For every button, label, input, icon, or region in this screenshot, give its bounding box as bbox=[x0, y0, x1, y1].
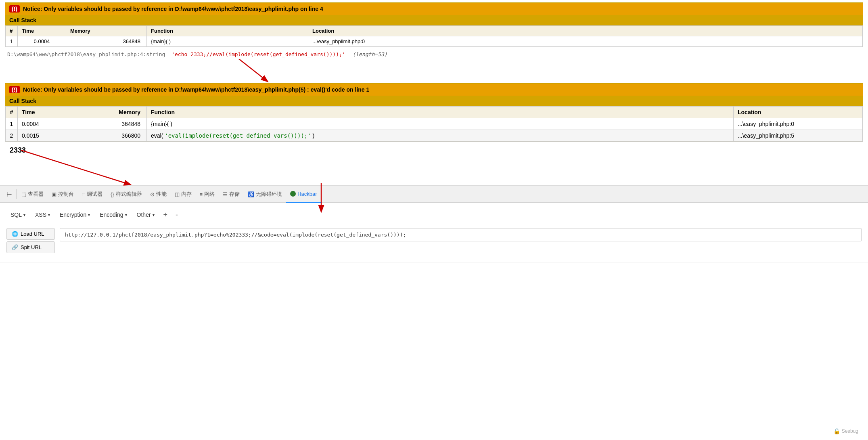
devtools-item-memory[interactable]: ◫ 内存 bbox=[171, 191, 196, 198]
arrow-svg-1 bbox=[207, 59, 328, 83]
spit-url-button[interactable]: 🔗 Spit URL bbox=[6, 241, 55, 253]
inspector-label: 查看器 bbox=[28, 191, 44, 198]
table-row: 2 0.0015 366800 eval( 'eval(implode(rese… bbox=[6, 130, 863, 142]
col2-time: Time bbox=[18, 107, 66, 118]
seebug-icon: 🔒 bbox=[833, 428, 840, 434]
devtools-separator-1 bbox=[16, 189, 17, 199]
devtools-item-debugger[interactable]: □ 调试器 bbox=[78, 191, 107, 198]
debug-path: D:\wamp64\www\phctf2018\easy_phplimit.ph… bbox=[7, 51, 165, 57]
devtools-item-accessibility[interactable]: ♿ 无障碍环境 bbox=[244, 191, 286, 198]
remove-button[interactable]: - bbox=[172, 211, 181, 219]
notice-message-1: Notice: Only variables should be passed … bbox=[23, 6, 323, 12]
arrow-svg-2 bbox=[9, 148, 170, 189]
hackbar-label: Hackbar bbox=[297, 191, 317, 197]
notice-block-2: (!) Notice: Only variables should be pas… bbox=[5, 83, 863, 142]
inspector-icon: ⬚ bbox=[21, 191, 26, 197]
sql-menu-button[interactable]: SQL ▾ bbox=[6, 210, 29, 220]
url-input[interactable] bbox=[60, 228, 862, 241]
notice-header-2: (!) Notice: Only variables should be pas… bbox=[5, 84, 863, 96]
col2-location: Location bbox=[734, 107, 863, 118]
network-icon: ≡ bbox=[200, 191, 203, 197]
debug-line: D:\wamp64\www\phctf2018\easy_phplimit.ph… bbox=[5, 47, 863, 59]
accessibility-icon: ♿ bbox=[248, 191, 254, 197]
sql-chevron-icon: ▾ bbox=[23, 213, 25, 217]
col-num-1: # bbox=[6, 26, 18, 36]
callstack-table-1: # Time Memory Function Location 1 0.0004… bbox=[5, 25, 863, 47]
devtools-item-performance[interactable]: ⊙ 性能 bbox=[146, 191, 171, 198]
devtools-item-console[interactable]: ▣ 控制台 bbox=[48, 191, 78, 198]
other-menu-button[interactable]: Other ▾ bbox=[133, 210, 159, 220]
network-label: 网络 bbox=[204, 191, 215, 198]
storage-icon: ☰ bbox=[223, 191, 228, 197]
console-label: 控制台 bbox=[58, 191, 74, 198]
url-section: 🌐 Load URL 🔗 Spit URL bbox=[6, 223, 862, 258]
style-editor-label: 样式编辑器 bbox=[116, 191, 142, 198]
col2-function: Function bbox=[147, 107, 734, 118]
debugger-label: 调试器 bbox=[87, 191, 102, 198]
seebug-label: Seebug bbox=[842, 428, 858, 434]
xss-menu-button[interactable]: XSS ▾ bbox=[31, 210, 54, 220]
notice-icon-2: (!) bbox=[9, 86, 20, 93]
devtools-item-network[interactable]: ≡ 网络 bbox=[196, 191, 219, 198]
xss-label: XSS bbox=[35, 212, 46, 218]
devtools-item-storage[interactable]: ☰ 存储 bbox=[219, 191, 244, 198]
storage-label: 存储 bbox=[229, 191, 240, 198]
spit-url-icon: 🔗 bbox=[12, 244, 18, 250]
col-location-1: Location bbox=[308, 26, 863, 36]
url-buttons: 🌐 Load URL 🔗 Spit URL bbox=[6, 228, 55, 253]
svg-line-3 bbox=[21, 150, 130, 184]
spit-url-label: Spit URL bbox=[21, 244, 42, 250]
encoding-label: Encoding bbox=[100, 212, 123, 218]
encryption-label: Encryption bbox=[60, 212, 86, 218]
performance-icon: ⊙ bbox=[150, 191, 155, 197]
col2-num: # bbox=[6, 107, 18, 118]
encryption-menu-button[interactable]: Encryption ▾ bbox=[56, 210, 94, 220]
load-url-label: Load URL bbox=[21, 231, 44, 237]
other-chevron-icon: ▾ bbox=[153, 213, 155, 217]
callstack-header-2: Call Stack bbox=[5, 96, 863, 106]
seebug-watermark: 🔒 Seebug bbox=[833, 428, 858, 434]
output-area: 2333 bbox=[5, 142, 863, 174]
callstack-header-1: Call Stack bbox=[5, 15, 863, 25]
notice-icon-1: (!) bbox=[9, 5, 20, 13]
svg-line-1 bbox=[239, 59, 267, 81]
col2-memory: Memory bbox=[66, 107, 147, 118]
encoding-chevron-icon: ▾ bbox=[125, 213, 127, 217]
table-row: 1 0.0004 364848 {main}( ) ...\easy_phpli… bbox=[6, 118, 863, 130]
arrow-area-1 bbox=[5, 59, 863, 83]
callstack-table-2: # Time Memory Function Location 1 0.0004… bbox=[5, 106, 863, 142]
console-icon: ▣ bbox=[52, 191, 56, 197]
devtools-item-style-editor[interactable]: {} 样式编辑器 bbox=[107, 191, 146, 198]
col-memory-1: Memory bbox=[66, 26, 147, 36]
encryption-chevron-icon: ▾ bbox=[88, 213, 90, 217]
devtools-item-hackbar[interactable]: Hackbar bbox=[286, 186, 321, 203]
notice-block-1: (!) Notice: Only variables should be pas… bbox=[5, 2, 863, 47]
eval-code: 'eval(implode(reset(get_defined_vars()))… bbox=[165, 132, 311, 139]
debug-length: (length=53) bbox=[352, 51, 387, 57]
style-editor-icon: {} bbox=[111, 191, 114, 197]
load-url-icon: 🌐 bbox=[12, 231, 18, 237]
notice-message-2: Notice: Only variables should be passed … bbox=[23, 86, 369, 93]
sql-label: SQL bbox=[10, 212, 22, 218]
hackbar-menu: SQL ▾ XSS ▾ Encryption ▾ Encoding ▾ Othe… bbox=[6, 207, 862, 223]
table-row: 1 0.0004 364848 {main}( ) ...\easy_phpli… bbox=[6, 36, 863, 47]
encoding-menu-button[interactable]: Encoding ▾ bbox=[96, 210, 131, 220]
memory-icon: ◫ bbox=[175, 191, 180, 197]
load-url-button[interactable]: 🌐 Load URL bbox=[6, 228, 55, 240]
performance-label: 性能 bbox=[156, 191, 167, 198]
hackbar-circle-icon bbox=[290, 191, 296, 197]
debug-code: 'echo 2333;//eval(implode(reset(get_defi… bbox=[172, 51, 345, 57]
other-label: Other bbox=[137, 212, 151, 218]
accessibility-label: 无障碍环境 bbox=[256, 191, 282, 198]
xss-chevron-icon: ▾ bbox=[48, 213, 50, 217]
memory-label: 内存 bbox=[181, 191, 192, 198]
devtools-pointer-icon[interactable]: ⊢ bbox=[3, 191, 15, 198]
notice-header-1: (!) Notice: Only variables should be pas… bbox=[5, 3, 863, 15]
add-button[interactable]: + bbox=[160, 211, 171, 219]
col-time-1: Time bbox=[18, 26, 66, 36]
devtools-item-inspector[interactable]: ⬚ 查看器 bbox=[17, 191, 48, 198]
hackbar-panel: SQL ▾ XSS ▾ Encryption ▾ Encoding ▾ Othe… bbox=[0, 203, 868, 262]
col-function-1: Function bbox=[147, 26, 308, 36]
debugger-icon: □ bbox=[82, 191, 85, 197]
